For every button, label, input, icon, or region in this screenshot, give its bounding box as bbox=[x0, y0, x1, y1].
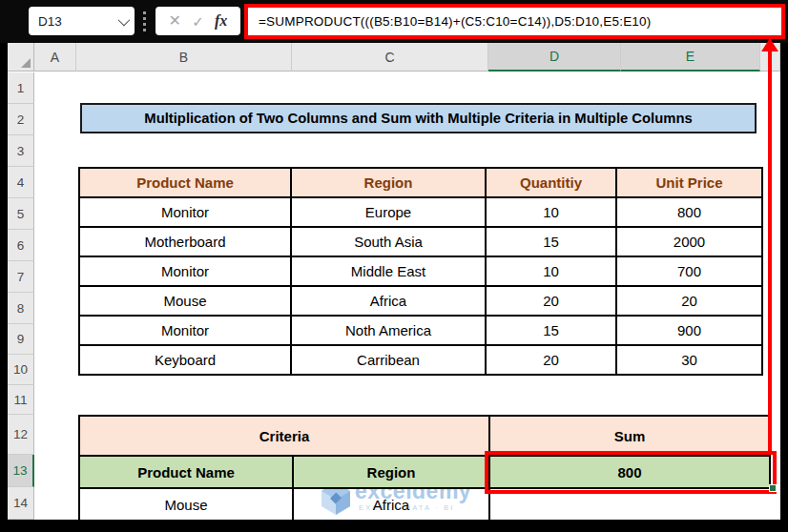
criteria-region-header[interactable]: Region bbox=[294, 457, 490, 489]
insert-function-icon[interactable]: fx bbox=[215, 12, 227, 30]
cell-b8[interactable]: Mouse bbox=[80, 287, 292, 317]
row-header-6[interactable]: 6 bbox=[8, 230, 34, 261]
table-header-unit-price[interactable]: Unit Price bbox=[617, 169, 763, 198]
cell-e6[interactable]: 2000 bbox=[617, 228, 763, 257]
table-header-product-name[interactable]: Product Name bbox=[80, 169, 292, 198]
cell-b9[interactable]: Monitor bbox=[80, 317, 292, 346]
cell-d6[interactable]: 15 bbox=[487, 228, 617, 257]
cell-c9[interactable]: Noth America bbox=[292, 317, 487, 346]
row-header-10[interactable]: 10 bbox=[8, 355, 34, 385]
active-cell-d13-sum-result[interactable]: 800 bbox=[490, 457, 771, 489]
cell-e5[interactable]: 800 bbox=[617, 198, 763, 228]
cell-d8[interactable]: 20 bbox=[487, 287, 617, 317]
column-header-c[interactable]: C bbox=[292, 43, 488, 72]
row-header-11[interactable]: 11 bbox=[8, 385, 34, 415]
row-header-3[interactable]: 3 bbox=[8, 135, 34, 167]
cell-e10[interactable]: 30 bbox=[617, 346, 763, 376]
cell-c14-criteria-region[interactable]: Africa bbox=[294, 489, 490, 522]
criteria-product-name-header[interactable]: Product Name bbox=[80, 457, 294, 489]
row-header-7[interactable]: 7 bbox=[8, 261, 34, 293]
cell-b14-criteria-product[interactable]: Mouse bbox=[80, 489, 294, 522]
separator-dots-icon bbox=[143, 11, 146, 31]
row-header-4[interactable]: 4 bbox=[8, 167, 34, 198]
cell-c10[interactable]: Carribean bbox=[292, 346, 487, 376]
select-all-triangle-icon bbox=[21, 58, 31, 68]
cancel-icon[interactable]: ✕ bbox=[169, 13, 181, 29]
table-header-quantity[interactable]: Quantitiy bbox=[487, 169, 617, 198]
cell-b6[interactable]: Motherboard bbox=[80, 228, 292, 257]
cell-c5[interactable]: Europe bbox=[292, 198, 487, 228]
cell-d5[interactable]: 10 bbox=[487, 198, 617, 228]
cell-b7[interactable]: Monitor bbox=[80, 257, 292, 287]
cell-d9[interactable]: 15 bbox=[487, 317, 617, 346]
select-all-corner[interactable] bbox=[8, 43, 34, 72]
cell-e7[interactable]: 700 bbox=[617, 257, 763, 287]
enter-icon[interactable]: ✓ bbox=[192, 14, 204, 29]
cell-e8[interactable]: 20 bbox=[617, 287, 763, 317]
row-header-14[interactable]: 14 bbox=[8, 487, 34, 520]
fill-handle[interactable] bbox=[769, 484, 777, 492]
formula-bar-buttons: ✕ ✓ fx bbox=[156, 7, 240, 35]
row-header-9[interactable]: 9 bbox=[8, 324, 34, 355]
data-table: Product Name Region Quantitiy Unit Price… bbox=[78, 167, 763, 376]
formula-bar-highlight-box: =SUMPRODUCT(((B5:B10=B14)+(C5:C10=C14)),… bbox=[244, 4, 785, 39]
cell-b10[interactable]: Keyboard bbox=[80, 346, 292, 376]
cell-c6[interactable]: South Asia bbox=[292, 228, 487, 257]
formula-bar-row: D13 ✕ ✓ fx =SUMPRODUCT(((B5:B10=B14)+(C5… bbox=[0, 0, 788, 43]
row-header-1[interactable]: 1 bbox=[8, 72, 34, 104]
formula-input[interactable]: =SUMPRODUCT(((B5:B10=B14)+(C5:C10=C14)),… bbox=[248, 14, 651, 29]
name-box[interactable]: D13 bbox=[29, 7, 135, 35]
sum-merged-header[interactable]: Sum bbox=[490, 417, 771, 457]
cell-e9[interactable]: 900 bbox=[617, 317, 763, 346]
criteria-merged-header[interactable]: Criteria bbox=[80, 417, 490, 457]
cell-b5[interactable]: Monitor bbox=[80, 198, 292, 228]
row-header-13[interactable]: 13 bbox=[8, 455, 34, 487]
cell-d7[interactable]: 10 bbox=[487, 257, 617, 287]
title-banner-cell[interactable]: Multiplication of Two Columns and Sum wi… bbox=[80, 103, 757, 133]
row-header-2[interactable]: 2 bbox=[8, 104, 34, 135]
table-header-region[interactable]: Region bbox=[292, 169, 487, 198]
cell-c7[interactable]: Middle East bbox=[292, 257, 487, 287]
row-header-5[interactable]: 5 bbox=[8, 198, 34, 230]
column-header-a[interactable]: A bbox=[34, 43, 76, 72]
column-header-partial[interactable] bbox=[760, 43, 780, 72]
column-header-b[interactable]: B bbox=[76, 43, 292, 72]
chevron-down-icon[interactable] bbox=[118, 13, 131, 26]
cell-c8[interactable]: Africa bbox=[292, 287, 487, 317]
column-header-d[interactable]: D bbox=[488, 43, 621, 72]
cell-d10[interactable]: 20 bbox=[487, 346, 617, 376]
active-cell-reference: D13 bbox=[38, 14, 118, 29]
row-header-8[interactable]: 8 bbox=[8, 293, 34, 324]
criteria-table: Criteria Sum Product Name Region 800 Mou… bbox=[78, 415, 771, 522]
row-header-12[interactable]: 12 bbox=[8, 415, 34, 455]
column-header-e[interactable]: E bbox=[621, 43, 760, 72]
